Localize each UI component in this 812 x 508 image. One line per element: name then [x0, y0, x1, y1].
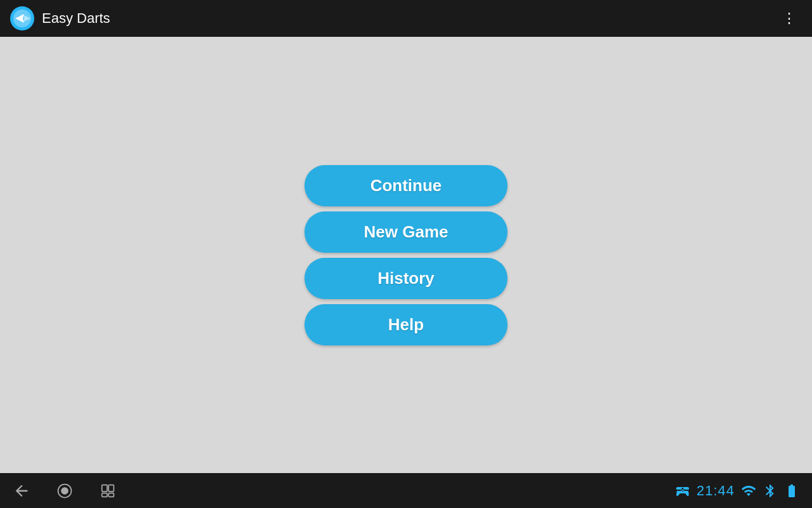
home-button[interactable]	[56, 482, 74, 500]
help-button[interactable]: Help	[304, 304, 508, 345]
nav-bar: 21:44	[0, 473, 812, 508]
time-display: 21:44	[697, 483, 735, 499]
new-game-button[interactable]: New Game	[304, 211, 508, 253]
history-button[interactable]: History	[304, 258, 508, 299]
svg-rect-5	[102, 485, 107, 491]
main-content: Continue New Game History Help	[0, 37, 812, 473]
status-bar-right: 21:44	[675, 483, 799, 499]
app-bar: Easy Darts ⋮	[0, 0, 812, 37]
svg-rect-6	[108, 485, 114, 491]
svg-rect-7	[102, 493, 107, 497]
continue-button[interactable]: Continue	[304, 165, 508, 206]
back-button[interactable]	[13, 482, 30, 500]
overflow-menu-button[interactable]: ⋮	[777, 5, 802, 32]
app-title: Easy Darts	[42, 10, 777, 27]
bluetooth-icon	[763, 483, 778, 498]
app-logo	[10, 6, 34, 30]
battery-icon	[784, 483, 799, 498]
gamepad-icon	[675, 483, 690, 498]
menu-button-group: Continue New Game History Help	[304, 165, 508, 345]
svg-rect-8	[108, 493, 114, 497]
nav-icons-left	[13, 482, 117, 500]
svg-point-4	[61, 487, 69, 495]
recents-button[interactable]	[99, 482, 117, 500]
wifi-icon	[741, 483, 756, 498]
